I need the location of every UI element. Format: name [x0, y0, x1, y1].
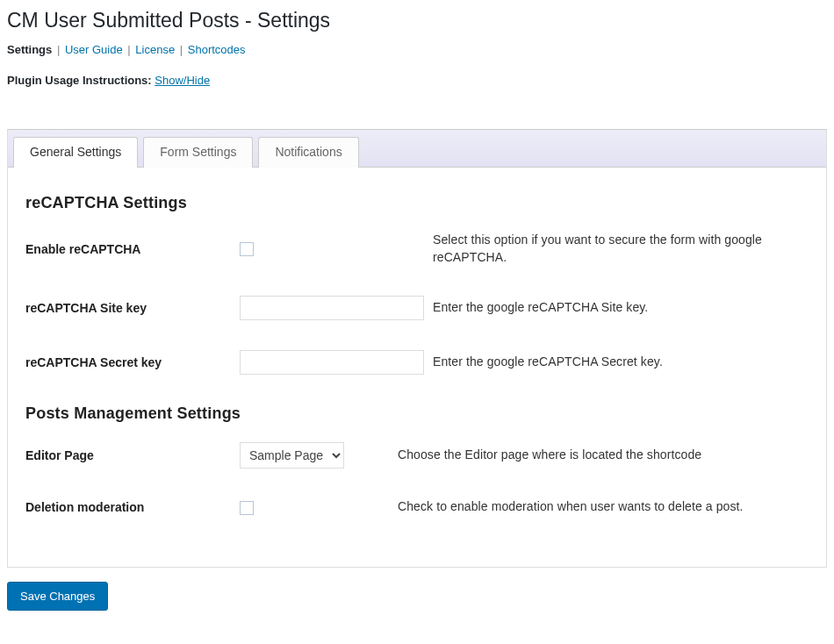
nav-shortcodes[interactable]: Shortcodes	[188, 43, 246, 56]
nav-links: Settings | User Guide | License | Shortc…	[7, 43, 827, 56]
row-editor-page: Editor Page Sample Page Choose the Edito…	[25, 442, 809, 469]
editor-page-desc: Choose the Editor page where is located …	[398, 447, 809, 464]
row-secret-key: reCAPTCHA Secret key Enter the google re…	[25, 350, 809, 375]
tab-general-settings[interactable]: General Settings	[13, 137, 138, 168]
secret-key-input[interactable]	[240, 350, 424, 375]
nav-user-guide[interactable]: User Guide	[65, 43, 123, 56]
nav-license[interactable]: License	[135, 43, 175, 56]
enable-recaptcha-label: Enable reCAPTCHA	[25, 242, 240, 256]
site-key-input[interactable]	[240, 296, 424, 320]
page-title: CM User Submitted Posts - Settings	[7, 9, 827, 32]
editor-page-label: Editor Page	[25, 448, 240, 462]
tab-notifications[interactable]: Notifications	[258, 137, 358, 168]
row-enable-recaptcha: Enable reCAPTCHA Select this option if y…	[25, 232, 809, 266]
usage-label: Plugin Usage Instructions:	[7, 74, 155, 87]
site-key-label: reCAPTCHA Site key	[25, 301, 240, 315]
deletion-moderation-desc: Check to enable moderation when user wan…	[398, 498, 809, 516]
editor-page-select[interactable]: Sample Page	[240, 442, 344, 469]
nav-current: Settings	[7, 43, 52, 56]
site-key-desc: Enter the google reCAPTCHA Site key.	[433, 299, 809, 317]
settings-panel: General Settings Form Settings Notificat…	[7, 129, 827, 568]
row-site-key: reCAPTCHA Site key Enter the google reCA…	[25, 296, 809, 320]
secret-key-desc: Enter the google reCAPTCHA Secret key.	[433, 354, 809, 371]
tab-strip: General Settings Form Settings Notificat…	[8, 129, 826, 168]
usage-instructions: Plugin Usage Instructions: Show/Hide	[7, 74, 827, 87]
section-recaptcha-title: reCAPTCHA Settings	[25, 194, 809, 212]
enable-recaptcha-desc: Select this option if you want to secure…	[433, 232, 809, 266]
tab-form-settings[interactable]: Form Settings	[143, 137, 253, 168]
row-deletion-moderation: Deletion moderation Check to enable mode…	[25, 498, 809, 516]
enable-recaptcha-checkbox[interactable]	[240, 242, 254, 256]
section-posts-title: Posts Management Settings	[25, 404, 809, 423]
save-changes-button[interactable]: Save Changes	[7, 582, 108, 611]
deletion-moderation-label: Deletion moderation	[25, 500, 240, 514]
secret-key-label: reCAPTCHA Secret key	[25, 355, 240, 369]
panel-content: reCAPTCHA Settings Enable reCAPTCHA Sele…	[8, 168, 826, 549]
usage-toggle-link[interactable]: Show/Hide	[155, 74, 210, 87]
deletion-moderation-checkbox[interactable]	[240, 501, 254, 515]
